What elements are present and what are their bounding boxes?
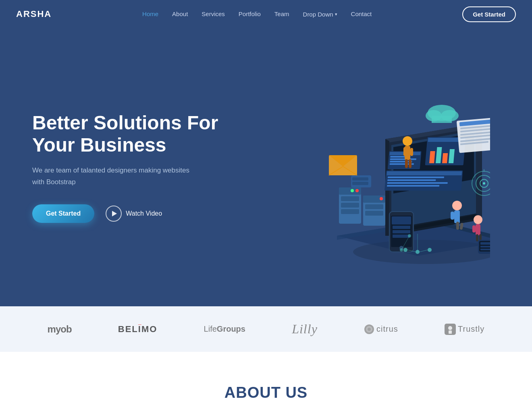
nav-item-about[interactable]: About — [166, 10, 193, 18]
hero-heading: Better Solutions For Your Business — [32, 112, 246, 156]
svg-rect-108 — [449, 330, 452, 334]
svg-point-10 — [351, 189, 354, 192]
svg-rect-16 — [351, 175, 371, 187]
hero-actions: Get Started Watch Video — [32, 204, 246, 223]
svg-rect-91 — [480, 242, 490, 245]
svg-rect-75 — [451, 212, 454, 220]
partner-citrus: citrus — [364, 324, 398, 335]
svg-rect-81 — [476, 234, 478, 241]
partners-section: myob BELI—MO LifeGroups Lilly citrus Tru… — [0, 306, 532, 352]
svg-rect-71 — [405, 159, 408, 168]
hero-text: Better Solutions For Your Business We ar… — [32, 112, 246, 223]
svg-point-78 — [474, 215, 482, 224]
svg-point-67 — [403, 136, 412, 146]
play-circle-icon — [106, 206, 122, 222]
partner-trustly: Trustly — [445, 324, 484, 335]
svg-point-86 — [483, 182, 485, 185]
svg-rect-70 — [410, 148, 413, 156]
chevron-down-icon: ▾ — [335, 12, 337, 17]
hero-subtext: We are team of talanted designers making… — [32, 165, 193, 188]
svg-rect-37 — [387, 171, 462, 175]
svg-point-101 — [400, 248, 403, 251]
partner-lilly: Lilly — [292, 322, 318, 337]
svg-rect-62 — [432, 116, 452, 123]
svg-rect-13 — [365, 204, 383, 209]
svg-point-9 — [355, 189, 359, 192]
about-section: ABOUT US — [0, 352, 532, 399]
svg-rect-40 — [387, 182, 447, 184]
svg-rect-74 — [454, 210, 460, 223]
svg-rect-46 — [392, 216, 411, 224]
svg-point-73 — [452, 201, 462, 210]
nav-link-contact[interactable]: Contact — [345, 7, 378, 21]
navbar: ARSHA Home About Services Portfolio Team… — [0, 0, 532, 28]
nav-link-about[interactable]: About — [166, 7, 193, 21]
nav-item-contact[interactable]: Contact — [345, 10, 378, 18]
svg-rect-76 — [456, 222, 459, 230]
nav-link-services[interactable]: Services — [196, 7, 231, 21]
svg-point-96 — [428, 248, 432, 252]
svg-point-107 — [448, 326, 452, 330]
svg-rect-18 — [352, 182, 368, 185]
partner-myob: myob — [48, 324, 72, 335]
svg-rect-49 — [393, 235, 410, 238]
nav-item-portfolio[interactable]: Portfolio — [233, 10, 266, 18]
partner-belimo: BELI—MO — [118, 324, 158, 335]
partner-lifegroups: LifeGroups — [204, 324, 245, 334]
svg-rect-48 — [393, 230, 410, 233]
hero-illustration — [246, 66, 508, 268]
nav-link-portfolio[interactable]: Portfolio — [233, 7, 266, 21]
svg-rect-80 — [472, 225, 476, 233]
svg-rect-69 — [403, 147, 407, 156]
svg-rect-7 — [341, 203, 359, 208]
nav-item-team[interactable]: Team — [269, 10, 295, 18]
svg-rect-34 — [442, 153, 448, 163]
nav-item-services[interactable]: Services — [196, 10, 231, 18]
svg-rect-39 — [387, 179, 436, 181]
svg-point-105 — [368, 328, 371, 331]
about-heading: ABOUT US — [24, 384, 508, 399]
svg-rect-47 — [393, 226, 410, 229]
svg-rect-14 — [365, 211, 383, 216]
hero-section: Better Solutions For Your Business We ar… — [0, 0, 532, 306]
nav-link-home[interactable]: Home — [137, 7, 164, 21]
nav-link-dropdown[interactable]: Drop Down ▾ — [297, 8, 343, 21]
svg-rect-38 — [387, 177, 444, 178]
svg-rect-72 — [409, 159, 411, 168]
nav-item-dropdown[interactable]: Drop Down ▾ — [297, 8, 343, 21]
svg-rect-6 — [341, 196, 359, 201]
svg-rect-93 — [480, 249, 490, 250]
svg-rect-79 — [476, 224, 480, 235]
brand-logo[interactable]: ARSHA — [16, 9, 52, 19]
play-triangle-icon — [112, 211, 117, 216]
svg-rect-41 — [387, 185, 439, 187]
nav-link-team[interactable]: Team — [269, 7, 295, 21]
nav-cta-button[interactable]: Get Started — [462, 6, 516, 22]
svg-rect-27 — [390, 158, 416, 160]
hero-watch-video-button[interactable]: Watch Video — [106, 206, 162, 222]
nav-item-home[interactable]: Home — [137, 10, 164, 18]
svg-point-94 — [403, 248, 407, 252]
svg-rect-92 — [480, 246, 490, 247]
svg-rect-17 — [352, 177, 368, 181]
svg-point-15 — [380, 197, 383, 200]
nav-links: Home About Services Portfolio Team Drop … — [137, 8, 377, 21]
svg-point-102 — [408, 234, 411, 237]
svg-rect-8 — [341, 209, 359, 214]
hero-get-started-button[interactable]: Get Started — [32, 204, 94, 223]
